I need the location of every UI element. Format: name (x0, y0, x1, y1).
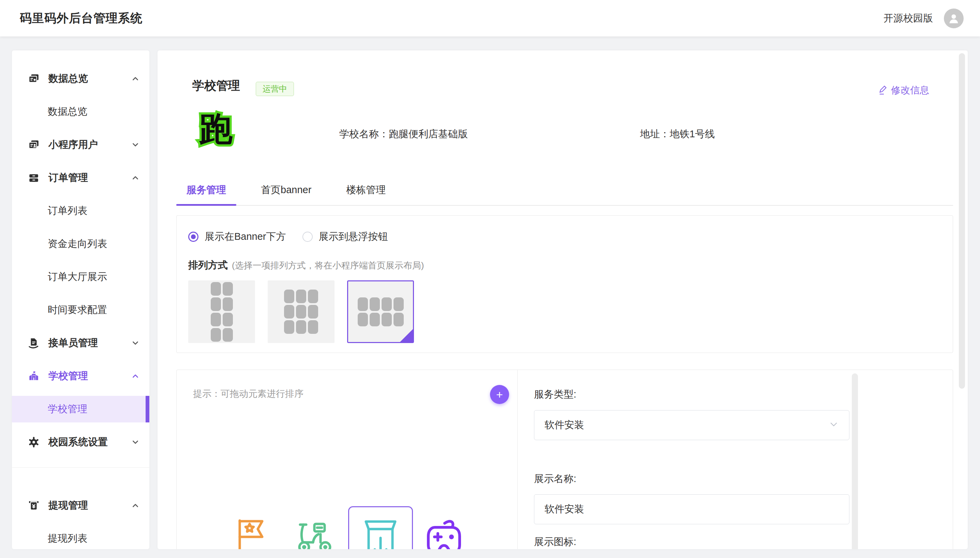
display-name-label: 展示名称: (534, 472, 576, 486)
sidebar-item-label: 提现管理 (48, 499, 88, 512)
gamepad-icon[interactable] (425, 516, 462, 549)
sidebar-item[interactable]: 订单管理 (12, 161, 149, 194)
campus-settings-icon (28, 437, 40, 448)
chevron-up-icon (131, 173, 140, 182)
sidebar-subitem-label: 时间要求配置 (48, 303, 107, 317)
radio-option[interactable]: 展示到悬浮按钮 (303, 230, 388, 244)
form-scrollbar[interactable] (852, 373, 858, 549)
sidebar-item-label: 订单管理 (48, 171, 88, 185)
data-overview-icon (28, 73, 40, 84)
radio-option[interactable]: 展示在Banner下方 (188, 230, 286, 244)
sidebar-subitem-label: 订单列表 (48, 204, 87, 218)
radio-label: 展示到悬浮按钮 (319, 230, 388, 244)
pencil-icon (878, 85, 888, 95)
school-management-icon (28, 370, 40, 382)
withdrawal-icon (28, 500, 40, 511)
service-form: 服务类型: 软件安装 展示名称: 软件安装 展示图标: (518, 370, 953, 549)
layout-2col[interactable] (188, 281, 255, 343)
add-service-button[interactable]: + (490, 385, 509, 404)
edition-label: 开源校园版 (883, 11, 933, 25)
sidebar-item[interactable]: 小程序用户 (12, 128, 149, 161)
sidebar-item[interactable]: 学校管理 (12, 359, 149, 392)
edit-info-label: 修改信息 (891, 84, 929, 97)
order-management-icon (28, 172, 40, 184)
drag-hint: 提示：可拖动元素进行排序 (193, 388, 303, 400)
arrange-title: 排列方式 (188, 259, 228, 272)
sidebar-subitem-label: 提现列表 (48, 532, 87, 545)
chevron-down-icon (131, 140, 140, 149)
display-position-radios: 展示在Banner下方展示到悬浮按钮 (188, 228, 953, 246)
radio-label: 展示在Banner下方 (204, 230, 286, 244)
chevron-up-icon (131, 74, 140, 83)
sidebar-item[interactable]: 提现管理 (12, 489, 149, 522)
chevron-up-icon (131, 501, 140, 510)
display-settings-panel: 展示在Banner下方展示到悬浮按钮 排列方式 (选择一项排列方式，将在小程序端… (176, 215, 953, 353)
sidebar-item[interactable]: 校园系统设置 (12, 425, 149, 458)
tab-bar: 服务管理首页banner楼栋管理 (176, 179, 953, 206)
layout-options (188, 281, 953, 343)
layout-preview-grid (284, 290, 318, 334)
sidebar-item-label: 接单员管理 (48, 336, 98, 350)
user-avatar-icon (947, 12, 960, 25)
sidebar-subitem-label: 学校管理 (48, 402, 87, 416)
delivery-scooter-icon[interactable] (295, 521, 333, 549)
layout-3col[interactable] (268, 281, 334, 343)
display-icon-label: 展示图标: (534, 535, 576, 549)
layout-preview-grid (358, 297, 404, 327)
miniprogram-user-icon (28, 139, 40, 151)
app: 码里码外后台管理系统 开源校园版 数据总览数据总览小程序用户订单管理订单列表资金… (0, 0, 980, 558)
flag-icon[interactable] (234, 517, 268, 549)
radio-selected-icon[interactable] (188, 231, 198, 242)
chevron-up-icon (131, 372, 140, 381)
sidebar-item-label: 数据总览 (48, 72, 88, 85)
app-title: 码里码外后台管理系统 (20, 10, 143, 26)
app-header: 码里码外后台管理系统 开源校园版 (0, 0, 980, 36)
sidebar-subitem[interactable]: 订单大厅展示 (12, 260, 149, 293)
radio-unselected-icon[interactable] (303, 231, 313, 242)
sidebar-item-label: 学校管理 (48, 369, 88, 383)
service-editor-panel: 提示：可拖动元素进行排序 + 服务类型: 软件安装 展示名称: 软件安装 展示图… (176, 369, 953, 549)
status-badge: 运营中 (256, 82, 294, 96)
sidebar-item[interactable]: 接单员管理 (12, 327, 149, 359)
user-avatar[interactable] (944, 8, 964, 28)
sidebar-subitem[interactable]: 时间要求配置 (12, 293, 149, 327)
arrange-row: 排列方式 (选择一项排列方式，将在小程序端首页展示布局) (188, 259, 953, 272)
sidebar-subitem[interactable]: 数据总览 (12, 95, 149, 128)
main-content: 学校管理 运营中 修改信息 跑 学校名称：跑腿便利店基础版地址：地铁1号线 服务… (158, 51, 968, 549)
arrange-note: (选择一项排列方式，将在小程序端首页展示布局) (232, 259, 424, 271)
layout-preview-grid (211, 282, 233, 342)
edit-info-link[interactable]: 修改信息 (878, 84, 929, 97)
service-type-value: 软件安装 (545, 419, 584, 432)
school-info-item: 学校名称：跑腿便利店基础版 (339, 127, 468, 141)
service-type-label: 服务类型: (534, 388, 576, 401)
page-title: 学校管理 (192, 78, 240, 94)
tab-item[interactable]: 首页banner (250, 183, 321, 205)
sidebar-subitem-label: 数据总览 (48, 105, 87, 118)
chevron-down-icon (131, 438, 140, 446)
layout-4col-selected[interactable] (347, 281, 414, 343)
header-right: 开源校园版 (883, 8, 964, 28)
main-scrollbar[interactable] (959, 53, 965, 389)
school-info-item: 地址：地铁1号线 (640, 127, 715, 141)
chevron-down-icon (828, 419, 839, 432)
sidebar-subitem[interactable]: 订单列表 (12, 194, 149, 227)
software-install-icon-selected[interactable] (348, 506, 413, 549)
chevron-down-icon (131, 339, 140, 348)
tab-active[interactable]: 服务管理 (176, 183, 236, 205)
courier-management-icon (28, 337, 40, 349)
sidebar-item-label: 小程序用户 (48, 138, 98, 152)
software-install-icon (361, 516, 401, 549)
display-name-input[interactable]: 软件安装 (534, 494, 850, 524)
service-type-select[interactable]: 软件安装 (534, 410, 850, 440)
sidebar-subitem-label: 资金走向列表 (48, 237, 107, 251)
sidebar-item-label: 校园系统设置 (48, 435, 108, 449)
sidebar-item[interactable]: 数据总览 (12, 62, 149, 95)
tab-item[interactable]: 楼栋管理 (336, 183, 396, 205)
service-sort-panel: 提示：可拖动元素进行排序 + (177, 370, 518, 549)
sidebar: 数据总览数据总览小程序用户订单管理订单列表资金走向列表订单大厅展示时间要求配置接… (12, 51, 149, 549)
sidebar-subitem[interactable]: 提现列表 (12, 522, 149, 549)
school-info-row: 学校名称：跑腿便利店基础版地址：地铁1号线 (158, 127, 968, 141)
sidebar-subitem[interactable]: 资金走向列表 (12, 227, 149, 260)
sidebar-subitem[interactable]: 学校管理 (12, 392, 149, 425)
sidebar-subitem-label: 订单大厅展示 (48, 270, 107, 284)
